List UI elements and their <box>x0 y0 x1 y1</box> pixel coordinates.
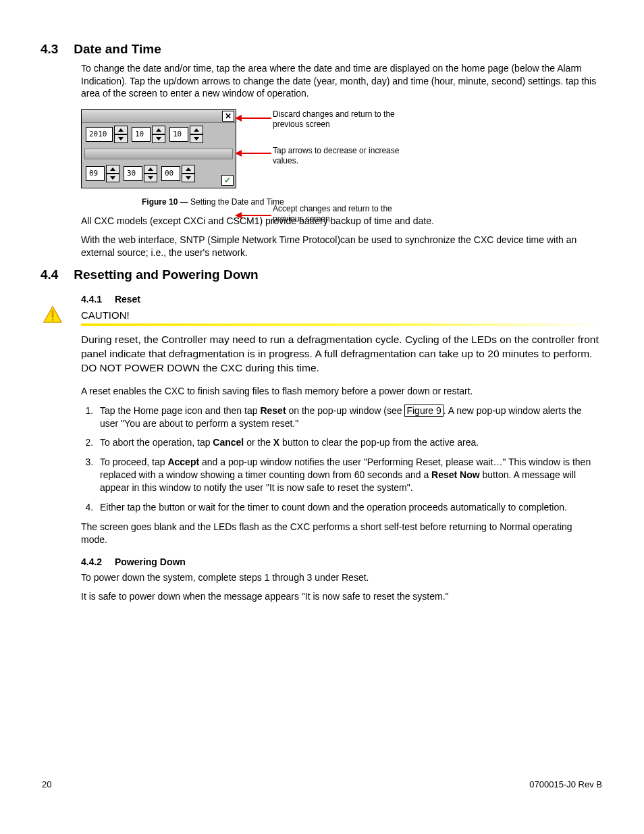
heading-4-4: 4.4 Resetting and Powering Down <box>41 266 603 284</box>
month-up-icon[interactable] <box>152 126 165 134</box>
day-value: 10 <box>169 127 188 142</box>
second-up-icon[interactable] <box>182 165 195 174</box>
close-icon[interactable]: ✕ <box>222 111 234 122</box>
figure-10: ✕ 2010 10 <box>81 109 601 207</box>
month-spinner[interactable]: 10 <box>132 126 165 143</box>
hour-value: 09 <box>86 166 105 181</box>
caution-divider <box>81 323 603 326</box>
second-down-icon[interactable] <box>182 174 195 182</box>
heading-4-4-1-number: 4.4.1 <box>81 293 112 306</box>
second-spinner[interactable]: 00 <box>161 165 195 182</box>
figure-10-label: Figure 10 — <box>142 197 188 207</box>
minute-up-icon[interactable] <box>144 165 157 174</box>
callout-accept: Accept changes and return to the previou… <box>273 204 421 224</box>
page-number: 20 <box>42 779 51 791</box>
year-down-icon[interactable] <box>114 134 128 143</box>
caution-icon <box>43 306 62 323</box>
hour-up-icon[interactable] <box>106 165 119 174</box>
hour-down-icon[interactable] <box>106 174 119 182</box>
year-spinner[interactable]: 2010 <box>86 126 128 143</box>
minute-down-icon[interactable] <box>144 174 157 182</box>
heading-4-4-2: 4.4.2 Powering Down <box>81 556 601 569</box>
caution-label: CAUTION! <box>81 309 603 322</box>
heading-4-4-1-title: Reset <box>115 294 140 305</box>
year-up-icon[interactable] <box>114 126 128 134</box>
dialog-divider <box>84 149 233 159</box>
hour-spinner[interactable]: 09 <box>86 165 119 182</box>
callout-discard: Discard changes and return to the previo… <box>273 109 421 130</box>
callout-arrows: Tap arrows to decrease or increase value… <box>273 146 421 166</box>
paragraph: It is safe to power down when the messag… <box>81 590 601 603</box>
list-item: To abort the operation, tap Cancel or th… <box>96 436 601 449</box>
page-footer: 20 0700015-J0 Rev B <box>41 779 603 791</box>
list-item: Tap the Home page icon and then tap Rese… <box>96 405 601 430</box>
heading-4-4-2-title: Powering Down <box>115 556 186 567</box>
minute-spinner[interactable]: 30 <box>124 165 157 182</box>
heading-4-3: 4.3 Date and Time <box>41 41 603 58</box>
time-row: 09 30 00 <box>82 162 236 185</box>
doc-id: 0700015-J0 Rev B <box>529 779 602 791</box>
minute-value: 30 <box>124 166 142 181</box>
arrow-icon <box>235 149 273 158</box>
dialog-titlebar: ✕ <box>82 110 236 123</box>
paragraph: A reset enables the CXC to finish saving… <box>81 385 601 398</box>
day-spinner[interactable]: 10 <box>169 126 203 143</box>
year-value: 2010 <box>86 127 113 142</box>
list-item: To proceed, tap Accept and a pop-up wind… <box>96 456 601 494</box>
heading-4-3-title: Date and Time <box>74 42 161 56</box>
heading-4-4-title: Resetting and Powering Down <box>74 267 258 282</box>
heading-4-4-number: 4.4 <box>41 266 70 284</box>
arrow-icon <box>235 113 273 123</box>
svg-point-8 <box>52 319 54 321</box>
caution-text: During reset, the Controller may need to… <box>81 333 603 375</box>
paragraph: To power down the system, complete steps… <box>81 571 601 584</box>
heading-4-4-1: 4.4.1 Reset <box>81 293 601 306</box>
reset-steps: Tap the Home page icon and then tap Rese… <box>81 405 601 514</box>
paragraph: With the web interface, SNTP (Simple Net… <box>81 234 601 259</box>
datetime-dialog: ✕ 2010 10 <box>81 109 236 188</box>
figure-10-text: Setting the Date and Time <box>188 197 284 207</box>
paragraph: To change the date and/or time, tap the … <box>81 62 601 101</box>
day-up-icon[interactable] <box>190 126 203 134</box>
heading-4-3-number: 4.3 <box>41 41 70 58</box>
link-figure-9[interactable]: Figure 9 <box>404 405 443 417</box>
paragraph: The screen goes blank and the LEDs flash… <box>81 521 601 546</box>
checkmark-icon[interactable]: ✓ <box>221 175 234 186</box>
month-down-icon[interactable] <box>152 134 165 143</box>
list-item: Either tap the button or wait for the ti… <box>96 501 601 514</box>
month-value: 10 <box>132 127 151 142</box>
heading-4-4-2-number: 4.4.2 <box>81 556 112 569</box>
day-down-icon[interactable] <box>190 134 203 143</box>
second-value: 00 <box>161 166 180 181</box>
date-row: 2010 10 10 <box>82 123 236 146</box>
